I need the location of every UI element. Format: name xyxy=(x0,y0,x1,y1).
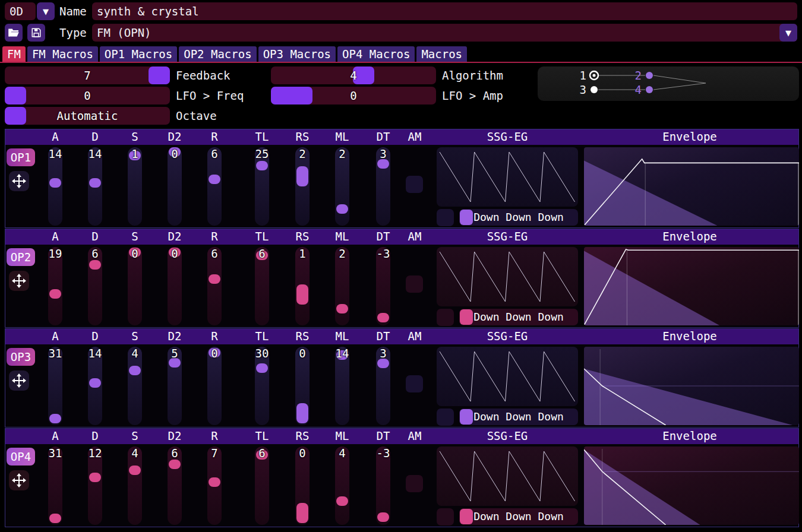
octave-slider[interactable]: Automatic xyxy=(5,107,170,125)
slider-knob[interactable] xyxy=(377,359,389,368)
algorithm-slider[interactable]: 4 xyxy=(271,66,436,84)
op-move-handle[interactable] xyxy=(9,370,29,391)
name-label: Name xyxy=(59,2,87,20)
column-label-rs: RS xyxy=(296,130,310,143)
tab-fm-macros[interactable]: FM Macros xyxy=(27,46,98,62)
slider-knob[interactable] xyxy=(89,473,101,482)
op1-value-dt: 3 xyxy=(362,147,404,160)
op3-ssg-enable-checkbox[interactable] xyxy=(437,408,454,426)
slider-knob[interactable] xyxy=(336,304,348,314)
column-label-r: R xyxy=(211,429,217,442)
op1-ssg-enable-checkbox[interactable] xyxy=(437,209,454,226)
instrument-dropdown-button[interactable]: ▼ xyxy=(37,2,55,20)
tab-op1-macros[interactable]: OP1 Macros xyxy=(100,46,177,62)
op4-am-checkbox[interactable] xyxy=(406,475,423,492)
op4-value-s: 4 xyxy=(114,446,156,460)
instrument-editor-window: 0D ▼ Name synth & crystal Type FM (OPN) … xyxy=(0,0,802,532)
op-move-handle[interactable] xyxy=(9,171,29,191)
algorithm-preview[interactable]: 1 2 3 4 xyxy=(538,66,799,101)
slider-knob[interactable] xyxy=(129,466,141,475)
op-content: OP1141410625223Down Down Down xyxy=(5,145,798,228)
op-move-handle[interactable] xyxy=(9,271,29,291)
op-column-header: ADSD2RTLRSMLDTAMSSG-EGEnvelope xyxy=(5,329,798,344)
column-label-ssg-eg: SSG-EG xyxy=(487,429,528,442)
op-badge-op4[interactable]: OP4 xyxy=(7,448,35,466)
op4-ssg-mode-slider[interactable]: Down Down Down xyxy=(459,508,578,525)
op3-am-checkbox[interactable] xyxy=(406,375,423,392)
slider-knob[interactable] xyxy=(89,178,101,188)
slider-knob[interactable] xyxy=(49,414,61,423)
move-arrows-icon xyxy=(12,274,26,288)
op-move-handle[interactable] xyxy=(9,470,29,490)
slider-knob[interactable] xyxy=(89,378,101,388)
op4-ssg-enable-checkbox[interactable] xyxy=(437,508,454,525)
column-label-envelope: Envelope xyxy=(662,230,717,243)
slider-knob[interactable] xyxy=(129,366,141,375)
op1-am-checkbox[interactable] xyxy=(406,176,423,193)
lfo-amp-slider[interactable]: 0 xyxy=(271,87,436,104)
slider-knob[interactable] xyxy=(169,460,181,469)
slider-knob[interactable] xyxy=(377,159,389,169)
open-button[interactable] xyxy=(5,24,23,42)
name-input[interactable]: synth & crystal xyxy=(92,2,797,20)
slider-knob[interactable] xyxy=(209,274,220,284)
slider-knob[interactable] xyxy=(377,512,389,522)
type-dropdown-button[interactable]: ▼ xyxy=(779,24,797,42)
op2-ssg-enable-checkbox[interactable] xyxy=(437,309,454,326)
slider-knob[interactable] xyxy=(49,178,61,188)
op2-value-d: 6 xyxy=(74,247,116,260)
feedback-slider[interactable]: 7 xyxy=(5,66,170,84)
slider-knob[interactable] xyxy=(336,496,348,506)
slider-knob[interactable] xyxy=(209,477,220,487)
op1-value-ml: 2 xyxy=(321,147,363,160)
alg-op3-number: 3 xyxy=(574,84,586,96)
slider-knob[interactable] xyxy=(49,289,61,299)
tab-op3-macros[interactable]: OP3 Macros xyxy=(258,46,336,62)
op3-ssg-mode-slider[interactable]: Down Down Down xyxy=(459,408,578,425)
column-label-dt: DT xyxy=(377,429,390,442)
move-arrows-icon xyxy=(12,473,26,487)
op3-value-d2: 5 xyxy=(154,347,195,360)
chevron-down-icon: ▼ xyxy=(43,7,49,16)
instrument-index-field[interactable]: 0D xyxy=(5,2,36,20)
op2-value-rs: 1 xyxy=(282,247,323,260)
op-badge-op2[interactable]: OP2 xyxy=(7,248,35,266)
tab-macros[interactable]: Macros xyxy=(416,46,467,62)
op1-envelope-display xyxy=(584,147,799,226)
tab-fm[interactable]: FM xyxy=(2,46,26,62)
column-label-s: S xyxy=(131,230,138,243)
op1-ssg-mode-slider[interactable]: Down Down Down xyxy=(459,209,578,226)
chevron-down-icon: ▼ xyxy=(785,28,791,37)
op4-value-a: 31 xyxy=(34,446,76,460)
slider-knob[interactable] xyxy=(296,503,308,523)
lfo-freq-slider[interactable]: 0 xyxy=(5,87,170,104)
slider-knob[interactable] xyxy=(296,284,308,305)
slider-knob[interactable] xyxy=(296,166,308,186)
tab-op2-macros[interactable]: OP2 Macros xyxy=(179,46,256,62)
slider-knob[interactable] xyxy=(256,363,268,373)
op-column-header: ADSD2RTLRSMLDTAMSSG-EGEnvelope xyxy=(5,129,798,145)
feedback-value: 7 xyxy=(5,66,170,84)
slider-knob[interactable] xyxy=(89,260,101,270)
slider-knob[interactable] xyxy=(209,175,220,184)
op-badge-op1[interactable]: OP1 xyxy=(7,148,35,166)
tab-op4-macros[interactable]: OP4 Macros xyxy=(337,46,415,62)
folder-open-icon xyxy=(8,28,20,37)
slider-knob[interactable] xyxy=(296,403,308,423)
op2-am-checkbox[interactable] xyxy=(406,276,423,293)
op-column-header: ADSD2RTLRSMLDTAMSSG-EGEnvelope xyxy=(5,229,798,245)
algorithm-label: Algorithm xyxy=(442,66,503,84)
slider-knob[interactable] xyxy=(256,161,268,170)
slider-knob[interactable] xyxy=(336,204,348,214)
op-badge-op3[interactable]: OP3 xyxy=(7,348,35,366)
slider-knob[interactable] xyxy=(49,514,61,523)
save-button[interactable] xyxy=(27,24,45,42)
slider-knob[interactable] xyxy=(377,313,389,322)
op1-value-d: 14 xyxy=(74,147,116,160)
type-combo[interactable]: FM (OPN) xyxy=(92,24,797,42)
column-label-r: R xyxy=(211,330,217,343)
op2-ssg-mode-slider[interactable]: Down Down Down xyxy=(459,309,578,325)
op1-value-tl: 25 xyxy=(241,147,283,160)
op-content: OP33114450300143Down Down Down xyxy=(5,344,798,428)
column-label-ml: ML xyxy=(336,230,349,243)
